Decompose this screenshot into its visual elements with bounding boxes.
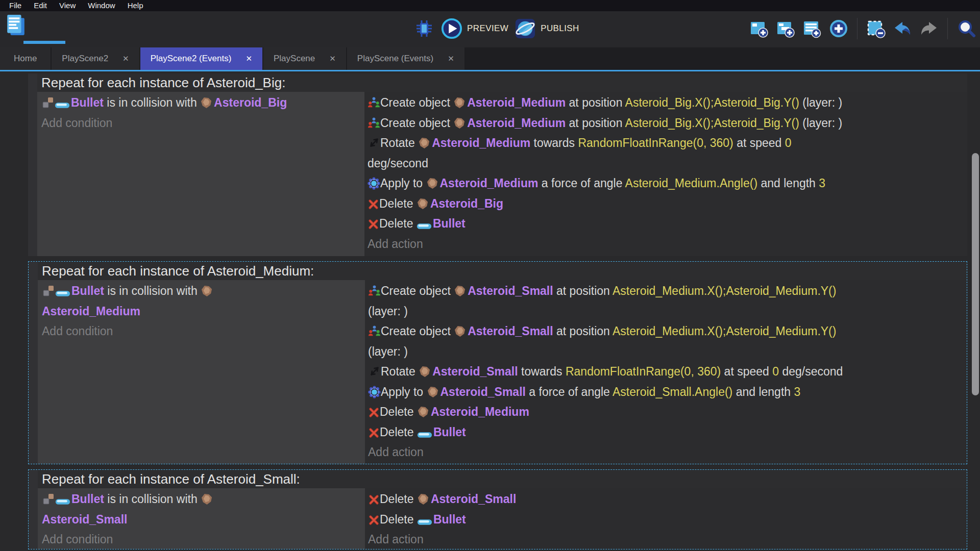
event-header[interactable]: Repeat for each instance of Asteroid_Med… xyxy=(38,262,967,280)
add-condition-link[interactable]: Add condition xyxy=(41,113,359,134)
action-row[interactable]: Delete Bullet xyxy=(368,510,963,530)
search-icon[interactable] xyxy=(955,17,977,40)
gdevelop-logo-button[interactable] xyxy=(5,14,27,37)
object-name: Bullet xyxy=(433,217,465,230)
create-icon xyxy=(368,321,381,342)
menu-window[interactable]: Window xyxy=(83,0,120,11)
text-segment: is in collision with xyxy=(104,284,201,297)
tab-bar: HomePlayScene2✕PlayScene2 (Events)✕PlayS… xyxy=(0,47,980,70)
add-action-link[interactable]: Add action xyxy=(368,530,963,549)
event-block-3[interactable]: Repeat for each instance of Asteroid_Sma… xyxy=(28,469,967,549)
gdevelop-window: FileEditViewWindowHelp PREVIEW PUBLISH H… xyxy=(0,0,980,551)
tab-home[interactable]: Home xyxy=(0,47,51,70)
object-name: Bullet xyxy=(71,492,104,506)
text-segment: at speed xyxy=(721,365,772,378)
collision-icon xyxy=(41,93,55,113)
expression: 3 xyxy=(794,385,800,398)
add-condition-link[interactable]: Add condition xyxy=(42,321,360,342)
action-row[interactable]: Create object Asteroid_Medium at positio… xyxy=(368,93,963,113)
action-row[interactable]: Delete Bullet xyxy=(368,422,963,443)
debug-icon[interactable] xyxy=(413,17,435,40)
object-name: Asteroid_Medium xyxy=(431,405,529,418)
rotate-icon xyxy=(368,133,380,154)
action-row[interactable]: Delete Asteroid_Small xyxy=(368,489,963,510)
asteroid-icon xyxy=(201,489,213,510)
tab-playscene-events[interactable]: PlayScene (Events)✕ xyxy=(347,47,464,70)
text-segment: Delete xyxy=(380,425,417,439)
event-main: Repeat for each instance of Asteroid_Med… xyxy=(38,262,967,464)
conditions-column: Bullet is in collision with Asteroid_Med… xyxy=(38,280,365,464)
event-block-2[interactable]: Repeat for each instance of Asteroid_Med… xyxy=(28,261,967,464)
tab-label: Home xyxy=(14,54,37,64)
add-subevent-icon[interactable] xyxy=(775,17,796,40)
bullet-icon xyxy=(417,510,432,530)
object-name: Bullet xyxy=(71,284,104,297)
event-main: Repeat for each instance of Asteroid_Big… xyxy=(37,73,967,256)
undo-icon[interactable] xyxy=(892,17,913,40)
object-name: Asteroid_Medium xyxy=(440,177,538,190)
asteroid-icon xyxy=(427,382,439,403)
asteroid-icon xyxy=(453,93,466,113)
toolbar-right xyxy=(748,15,977,42)
object-name: Asteroid_Small xyxy=(468,324,553,338)
add-condition-link[interactable]: Add condition xyxy=(42,530,360,549)
object-name: Asteroid_Medium xyxy=(432,136,530,149)
menu-file[interactable]: File xyxy=(4,0,27,11)
delete-icon xyxy=(368,422,380,443)
globe-icon xyxy=(514,18,536,39)
action-row[interactable]: Rotate Asteroid_Small towards RandomFloa… xyxy=(368,362,963,382)
tab-label: PlayScene2 (Events) xyxy=(151,54,232,64)
tab-playscene2[interactable]: PlayScene2✕ xyxy=(52,47,139,70)
tab-playscene2-events[interactable]: PlayScene2 (Events)✕ xyxy=(140,47,262,70)
text-segment: and length xyxy=(732,385,794,398)
action-row[interactable]: Create object Asteroid_Small at position… xyxy=(368,281,963,321)
condition-row[interactable]: Bullet is in collision with Asteroid_Sma… xyxy=(42,489,360,530)
tab-close-icon[interactable]: ✕ xyxy=(448,54,454,63)
object-name: Asteroid_Small xyxy=(468,284,553,297)
object-name: Bullet xyxy=(433,513,466,526)
text-segment: Rotate xyxy=(381,365,419,378)
tab-label: PlayScene2 xyxy=(62,54,108,64)
menu-view[interactable]: View xyxy=(54,0,81,11)
condition-row[interactable]: Bullet is in collision with Asteroid_Med… xyxy=(42,281,360,321)
menu-edit[interactable]: Edit xyxy=(29,0,52,11)
add-event-icon[interactable] xyxy=(748,17,770,40)
vertical-scrollbar-thumb[interactable] xyxy=(972,153,979,395)
tab-close-icon[interactable]: ✕ xyxy=(122,54,129,63)
tab-playscene[interactable]: PlayScene✕ xyxy=(263,47,346,70)
object-name: Asteroid_Big xyxy=(430,197,503,210)
event-header[interactable]: Repeat for each instance of Asteroid_Sma… xyxy=(38,470,967,488)
condition-row[interactable]: Bullet is in collision with Asteroid_Big xyxy=(41,93,359,113)
event-block-1[interactable]: Repeat for each instance of Asteroid_Big… xyxy=(28,73,967,256)
redo-icon[interactable] xyxy=(918,17,940,40)
collision-icon xyxy=(42,489,55,510)
action-row[interactable]: Delete Bullet xyxy=(368,214,963,234)
add-circle-icon[interactable] xyxy=(828,17,849,40)
action-row[interactable]: Create object Asteroid_Medium at positio… xyxy=(368,113,963,134)
action-row[interactable]: Delete Asteroid_Medium xyxy=(368,402,963,422)
action-row[interactable]: Rotate Asteroid_Medium towards RandomFlo… xyxy=(368,133,963,173)
add-action-link[interactable]: Add action xyxy=(368,234,963,255)
event-header[interactable]: Repeat for each instance of Asteroid_Big… xyxy=(37,73,967,92)
conditions-column: Bullet is in collision with Asteroid_Sma… xyxy=(38,488,365,549)
menu-help[interactable]: Help xyxy=(122,0,149,11)
action-row[interactable]: Create object Asteroid_Small at position… xyxy=(368,321,963,362)
action-row[interactable]: Apply to Asteroid_Small a force of angle… xyxy=(368,382,963,403)
add-action-link[interactable]: Add action xyxy=(368,442,963,463)
action-row[interactable]: Delete Asteroid_Big xyxy=(368,194,963,214)
object-name: Asteroid_Small xyxy=(42,513,127,526)
tab-close-icon[interactable]: ✕ xyxy=(329,54,336,63)
delete-icon xyxy=(368,402,380,422)
delete-selection-icon[interactable] xyxy=(865,17,887,40)
text-segment: a force of angle xyxy=(538,177,625,190)
text-segment: Delete xyxy=(379,197,416,210)
text-segment: (layer: ) xyxy=(368,305,408,318)
action-row[interactable]: Apply to Asteroid_Medium a force of angl… xyxy=(368,173,963,194)
preview-button[interactable]: PREVIEW xyxy=(441,18,508,39)
publish-button[interactable]: PUBLISH xyxy=(514,18,579,39)
text-segment: Create object xyxy=(381,324,454,338)
tab-close-icon[interactable]: ✕ xyxy=(246,54,252,63)
project-manager-active-indicator xyxy=(23,41,65,44)
add-comment-icon[interactable] xyxy=(801,17,823,40)
bullet-icon xyxy=(55,93,70,113)
